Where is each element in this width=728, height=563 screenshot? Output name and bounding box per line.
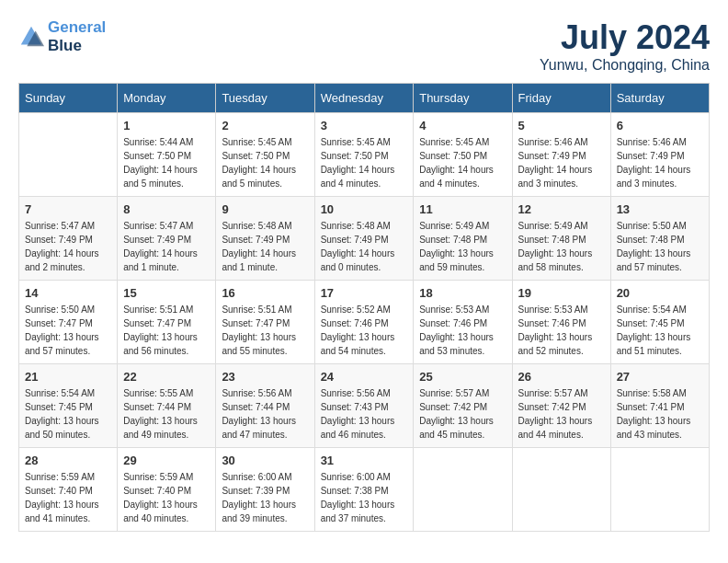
day-number: 28 [25, 454, 111, 467]
day-number: 5 [518, 119, 605, 132]
day-number: 20 [617, 286, 703, 300]
calendar-week-row: 21Sunrise: 5:54 AMSunset: 7:45 PMDayligh… [19, 364, 710, 448]
calendar-cell: 27Sunrise: 5:58 AMSunset: 7:41 PMDayligh… [610, 364, 709, 448]
column-header-tuesday: Tuesday [216, 84, 314, 113]
day-info: Sunrise: 5:47 AMSunset: 7:49 PMDaylight:… [25, 219, 111, 274]
day-number: 13 [617, 202, 703, 216]
calendar-cell: 28Sunrise: 5:59 AMSunset: 7:40 PMDayligh… [19, 448, 118, 532]
column-header-saturday: Saturday [610, 84, 709, 113]
day-number: 7 [25, 202, 111, 216]
calendar-week-row: 28Sunrise: 5:59 AMSunset: 7:40 PMDayligh… [19, 448, 710, 532]
day-info: Sunrise: 5:45 AMSunset: 7:50 PMDaylight:… [419, 135, 506, 190]
day-info: Sunrise: 6:00 AMSunset: 7:38 PMDaylight:… [321, 470, 408, 525]
calendar-cell [610, 448, 709, 532]
day-info: Sunrise: 5:50 AMSunset: 7:47 PMDaylight:… [25, 303, 111, 358]
day-info: Sunrise: 5:51 AMSunset: 7:47 PMDaylight:… [222, 303, 308, 358]
calendar-week-row: 1Sunrise: 5:44 AMSunset: 7:50 PMDaylight… [19, 113, 710, 197]
logo: General Blue [18, 18, 106, 55]
day-number: 24 [321, 370, 408, 384]
day-info: Sunrise: 5:48 AMSunset: 7:49 PMDaylight:… [222, 219, 308, 274]
day-info: Sunrise: 5:45 AMSunset: 7:50 PMDaylight:… [222, 135, 308, 190]
calendar-cell: 29Sunrise: 5:59 AMSunset: 7:40 PMDayligh… [118, 448, 216, 532]
calendar-cell: 4Sunrise: 5:45 AMSunset: 7:50 PMDaylight… [414, 113, 512, 197]
calendar-header-row: SundayMondayTuesdayWednesdayThursdayFrid… [19, 84, 710, 113]
day-info: Sunrise: 5:56 AMSunset: 7:44 PMDaylight:… [222, 386, 308, 442]
day-number: 16 [222, 286, 308, 300]
day-info: Sunrise: 5:54 AMSunset: 7:45 PMDaylight:… [25, 386, 111, 442]
calendar-cell: 25Sunrise: 5:57 AMSunset: 7:42 PMDayligh… [414, 364, 512, 448]
day-info: Sunrise: 5:55 AMSunset: 7:44 PMDaylight:… [123, 386, 210, 442]
calendar-cell: 22Sunrise: 5:55 AMSunset: 7:44 PMDayligh… [118, 364, 216, 448]
calendar-cell: 26Sunrise: 5:57 AMSunset: 7:42 PMDayligh… [512, 364, 610, 448]
column-header-sunday: Sunday [19, 84, 118, 113]
day-number: 31 [321, 454, 408, 467]
day-info: Sunrise: 5:46 AMSunset: 7:49 PMDaylight:… [518, 135, 605, 190]
logo-text: General Blue [48, 18, 106, 55]
day-info: Sunrise: 5:51 AMSunset: 7:47 PMDaylight:… [123, 303, 210, 358]
day-info: Sunrise: 5:57 AMSunset: 7:42 PMDaylight:… [518, 386, 605, 442]
calendar-cell: 24Sunrise: 5:56 AMSunset: 7:43 PMDayligh… [314, 364, 414, 448]
day-number: 2 [222, 119, 308, 132]
day-number: 27 [617, 370, 703, 384]
calendar-cell: 20Sunrise: 5:54 AMSunset: 7:45 PMDayligh… [610, 281, 709, 364]
calendar-cell: 30Sunrise: 6:00 AMSunset: 7:39 PMDayligh… [216, 448, 314, 532]
day-number: 1 [123, 119, 210, 132]
day-number: 8 [123, 202, 210, 216]
day-number: 22 [123, 370, 210, 384]
day-number: 3 [321, 119, 408, 132]
day-info: Sunrise: 5:49 AMSunset: 7:48 PMDaylight:… [419, 219, 506, 274]
calendar-cell [414, 448, 512, 532]
calendar-cell: 16Sunrise: 5:51 AMSunset: 7:47 PMDayligh… [216, 281, 314, 364]
calendar-week-row: 7Sunrise: 5:47 AMSunset: 7:49 PMDaylight… [19, 197, 710, 281]
calendar-cell: 1Sunrise: 5:44 AMSunset: 7:50 PMDaylight… [118, 113, 216, 197]
day-number: 17 [321, 286, 408, 300]
calendar-cell: 3Sunrise: 5:45 AMSunset: 7:50 PMDaylight… [314, 113, 414, 197]
day-info: Sunrise: 5:58 AMSunset: 7:41 PMDaylight:… [617, 386, 703, 442]
day-number: 18 [419, 286, 506, 300]
day-number: 14 [25, 286, 111, 300]
day-info: Sunrise: 5:53 AMSunset: 7:46 PMDaylight:… [518, 303, 605, 358]
page-header: General Blue July 2024 Yunwu, Chongqing,… [18, 18, 710, 74]
day-info: Sunrise: 5:52 AMSunset: 7:46 PMDaylight:… [321, 303, 408, 358]
day-number: 12 [518, 202, 605, 216]
day-number: 15 [123, 286, 210, 300]
day-number: 29 [123, 454, 210, 467]
day-info: Sunrise: 5:59 AMSunset: 7:40 PMDaylight:… [123, 470, 210, 525]
day-number: 21 [25, 370, 111, 384]
calendar-cell: 10Sunrise: 5:48 AMSunset: 7:49 PMDayligh… [314, 197, 414, 281]
day-number: 23 [222, 370, 308, 384]
calendar-cell: 12Sunrise: 5:49 AMSunset: 7:48 PMDayligh… [512, 197, 610, 281]
column-header-thursday: Thursday [414, 84, 512, 113]
day-info: Sunrise: 5:49 AMSunset: 7:48 PMDaylight:… [518, 219, 605, 274]
calendar-cell [512, 448, 610, 532]
day-info: Sunrise: 5:57 AMSunset: 7:42 PMDaylight:… [419, 386, 506, 442]
day-info: Sunrise: 5:56 AMSunset: 7:43 PMDaylight:… [321, 386, 408, 442]
calendar-cell: 11Sunrise: 5:49 AMSunset: 7:48 PMDayligh… [414, 197, 512, 281]
day-number: 26 [518, 370, 605, 384]
day-info: Sunrise: 6:00 AMSunset: 7:39 PMDaylight:… [222, 470, 308, 525]
calendar-table: SundayMondayTuesdayWednesdayThursdayFrid… [18, 83, 710, 532]
calendar-cell: 14Sunrise: 5:50 AMSunset: 7:47 PMDayligh… [19, 281, 118, 364]
day-number: 6 [617, 119, 703, 132]
calendar-cell: 23Sunrise: 5:56 AMSunset: 7:44 PMDayligh… [216, 364, 314, 448]
day-info: Sunrise: 5:47 AMSunset: 7:49 PMDaylight:… [123, 219, 210, 274]
day-number: 10 [321, 202, 408, 216]
calendar-cell: 13Sunrise: 5:50 AMSunset: 7:48 PMDayligh… [610, 197, 709, 281]
calendar-cell [19, 113, 118, 197]
day-info: Sunrise: 5:45 AMSunset: 7:50 PMDaylight:… [321, 135, 408, 190]
day-info: Sunrise: 5:59 AMSunset: 7:40 PMDaylight:… [25, 470, 111, 525]
calendar-week-row: 14Sunrise: 5:50 AMSunset: 7:47 PMDayligh… [19, 281, 710, 364]
calendar-cell: 8Sunrise: 5:47 AMSunset: 7:49 PMDaylight… [118, 197, 216, 281]
day-number: 4 [419, 119, 506, 132]
day-info: Sunrise: 5:50 AMSunset: 7:48 PMDaylight:… [617, 219, 703, 274]
month-title: July 2024 [540, 18, 710, 57]
column-header-monday: Monday [118, 84, 216, 113]
calendar-cell: 19Sunrise: 5:53 AMSunset: 7:46 PMDayligh… [512, 281, 610, 364]
day-info: Sunrise: 5:46 AMSunset: 7:49 PMDaylight:… [617, 135, 703, 190]
day-info: Sunrise: 5:48 AMSunset: 7:49 PMDaylight:… [321, 219, 408, 274]
day-number: 9 [222, 202, 308, 216]
calendar-cell: 15Sunrise: 5:51 AMSunset: 7:47 PMDayligh… [118, 281, 216, 364]
column-header-friday: Friday [512, 84, 610, 113]
column-header-wednesday: Wednesday [314, 84, 414, 113]
calendar-cell: 9Sunrise: 5:48 AMSunset: 7:49 PMDaylight… [216, 197, 314, 281]
